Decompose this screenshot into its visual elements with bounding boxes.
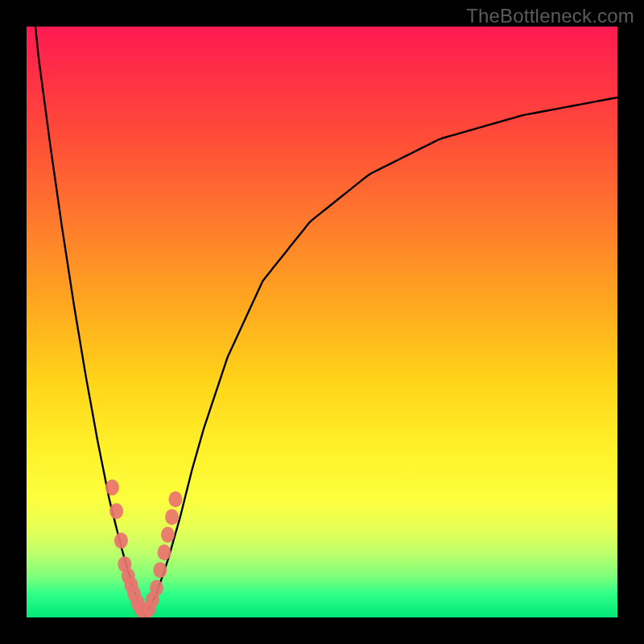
- marker-dot: [105, 480, 119, 496]
- chart-frame: TheBottleneck.com: [0, 0, 644, 644]
- plot-area: [27, 27, 617, 617]
- marker-dot: [150, 580, 163, 596]
- curve-layer: [27, 27, 617, 617]
- marker-dot: [153, 562, 167, 578]
- marker-dot: [161, 526, 175, 543]
- marker-dot: [109, 503, 123, 519]
- marker-dot: [168, 491, 182, 507]
- watermark-text: TheBottleneck.com: [466, 5, 634, 27]
- marker-dot: [158, 544, 171, 560]
- marker-dot: [165, 509, 179, 525]
- marker-dot: [114, 533, 128, 549]
- bottleneck-curve: [27, 27, 617, 617]
